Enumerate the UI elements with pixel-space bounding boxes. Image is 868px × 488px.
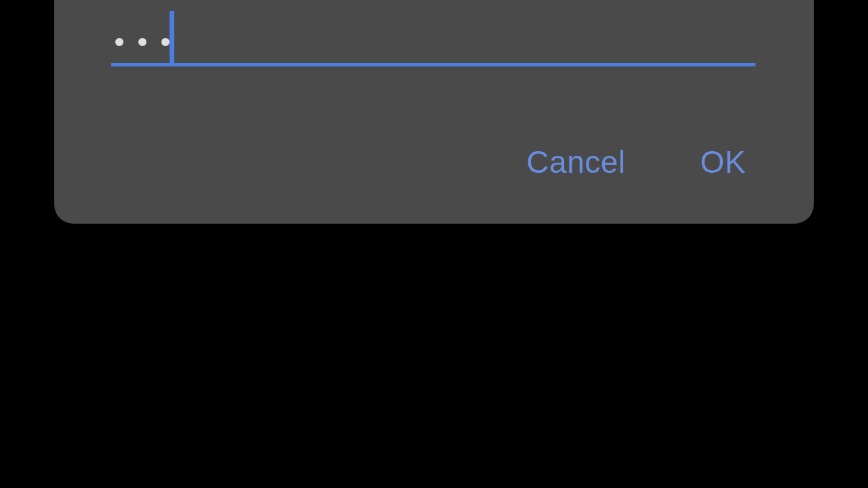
dot-icon: [161, 38, 170, 46]
dot-icon: [115, 38, 123, 46]
password-dots: [115, 38, 170, 46]
text-caret: [170, 11, 174, 64]
dialog-button-row: Cancel OK: [526, 144, 746, 180]
dialog: Cancel OK: [54, 0, 814, 224]
password-input[interactable]: [111, 7, 755, 66]
cancel-button[interactable]: Cancel: [526, 144, 625, 180]
dot-icon: [138, 38, 146, 46]
ok-button[interactable]: OK: [701, 144, 746, 180]
input-underline: [111, 63, 755, 66]
